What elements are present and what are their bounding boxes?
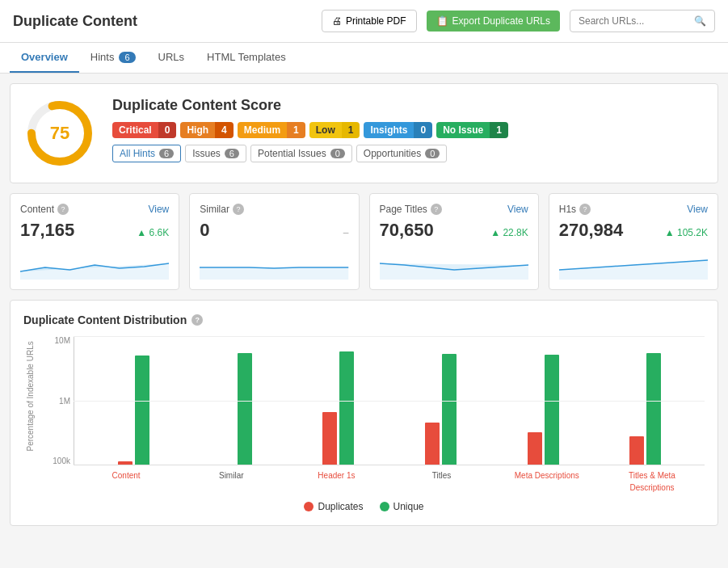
grid-line-top <box>74 336 705 337</box>
bar-header1s-green <box>339 351 354 465</box>
bar-titles-red <box>425 423 440 465</box>
page-title: Duplicate Content <box>13 13 312 30</box>
similar-chart <box>200 247 348 280</box>
score-info: Duplicate Content Score Critical 0 High … <box>112 97 705 162</box>
bar-similar-green <box>238 353 252 465</box>
legend-dot-unique <box>380 502 389 511</box>
metric-similar: Similar ? 0 – <box>189 193 359 290</box>
x-label-header1s: Header 1s <box>284 469 389 493</box>
x-label-similar: Similar <box>179 469 284 493</box>
x-label-content: Content <box>74 469 179 493</box>
tag-low[interactable]: Low 1 <box>309 122 360 138</box>
bar-group-titles-meta <box>594 353 696 465</box>
bar-group-meta <box>492 355 595 465</box>
legend-dot-duplicates <box>304 502 314 511</box>
bar-meta-green <box>545 355 559 465</box>
tag-medium[interactable]: Medium 1 <box>238 122 305 138</box>
search-box[interactable]: 🔍 <box>570 10 715 32</box>
tabs: Overview Hints 6 URLs HTML Templates <box>0 43 728 74</box>
h1s-value: 270,984 <box>559 220 624 241</box>
printable-pdf-button[interactable]: 🖨 Printable PDF <box>322 10 417 32</box>
page-titles-change: ▲ 22.8K <box>490 227 528 238</box>
page-titles-view-link[interactable]: View <box>507 204 528 215</box>
filter-all-hints[interactable]: All Hints 6 <box>112 145 181 162</box>
filter-opportunities[interactable]: Opportunities 0 <box>356 145 448 162</box>
page-titles-chart <box>380 247 528 280</box>
tag-high[interactable]: High 4 <box>180 122 233 138</box>
y-axis-label-wrap: Percentage of Indexable URLs <box>23 336 36 493</box>
tab-html-templates[interactable]: HTML Templates <box>196 43 297 73</box>
filter-issues[interactable]: Issues 6 <box>185 145 246 162</box>
y-axis: 10M 1M 100k <box>43 336 74 465</box>
bar-group-header1s <box>287 351 389 465</box>
tab-urls[interactable]: URLs <box>147 43 196 73</box>
page-titles-value: 70,650 <box>380 220 434 241</box>
bar-group-titles <box>389 354 492 465</box>
h1s-change: ▲ 105.2K <box>665 227 708 238</box>
chart-area: 10M 1M 100k <box>43 336 705 493</box>
bars-area <box>74 336 705 465</box>
content-change: ▲ 6.6K <box>137 227 169 238</box>
bar-titles-green <box>442 354 457 465</box>
similar-help-icon[interactable]: ? <box>233 204 244 215</box>
x-labels: Content Similar Header 1s Titles Meta De… <box>43 469 705 493</box>
grid-line-mid <box>74 401 705 402</box>
x-label-meta: Meta Descriptions <box>494 469 600 493</box>
bar-group-content <box>82 356 185 465</box>
distribution-help-icon[interactable]: ? <box>191 314 203 326</box>
metrics-row: Content ? View 17,165 ▲ 6.6K Similar <box>10 193 718 290</box>
bar-meta-red <box>528 432 542 465</box>
tag-critical[interactable]: Critical 0 <box>112 122 176 138</box>
chart-container: Percentage of Indexable URLs 10M 1M 100k <box>23 336 705 493</box>
filter-tags: All Hints 6 Issues 6 Potential Issues 0 … <box>112 145 705 162</box>
header: Duplicate Content 🖨 Printable PDF 📋 Expo… <box>0 0 728 43</box>
x-label-titles-meta: Titles & MetaDescriptions <box>600 469 705 493</box>
legend-label-unique: Unique <box>393 501 424 512</box>
y-axis-label: Percentage of Indexable URLs <box>26 378 35 451</box>
tab-hints[interactable]: Hints 6 <box>79 43 147 73</box>
legend-unique: Unique <box>380 501 424 512</box>
bar-titles-meta-red <box>629 436 644 465</box>
chart-with-yaxis: 10M 1M 100k <box>43 336 705 465</box>
content-help-icon[interactable]: ? <box>57 204 69 215</box>
search-icon: 🔍 <box>694 15 706 27</box>
svg-marker-3 <box>200 267 348 280</box>
metric-page-titles: Page Titles ? View 70,650 ▲ 22.8K <box>369 193 539 290</box>
main-content: 75 Duplicate Content Score Critical 0 Hi… <box>0 74 728 536</box>
score-value: 75 <box>50 123 69 144</box>
bar-content-green <box>135 356 149 465</box>
metric-content: Content ? View 17,165 ▲ 6.6K <box>10 193 179 290</box>
donut-chart: 75 <box>23 97 96 170</box>
bar-titles-meta-green <box>646 353 661 465</box>
content-value: 17,165 <box>20 220 74 241</box>
score-title: Duplicate Content Score <box>112 97 705 114</box>
legend-duplicates: Duplicates <box>304 501 363 512</box>
page-titles-help-icon[interactable]: ? <box>431 204 442 215</box>
grid-line-bottom <box>74 465 705 465</box>
search-input[interactable] <box>579 15 690 27</box>
tag-insights[interactable]: Insights 0 <box>364 122 432 138</box>
svg-marker-5 <box>559 260 708 280</box>
print-icon: 🖨 <box>332 15 342 27</box>
similar-value: 0 <box>200 220 209 241</box>
bar-group-similar <box>185 353 288 465</box>
chart-legend: Duplicates Unique <box>23 501 705 512</box>
export-icon: 📋 <box>436 15 448 27</box>
h1s-help-icon[interactable]: ? <box>579 204 591 215</box>
score-card: 75 Duplicate Content Score Critical 0 Hi… <box>10 83 718 183</box>
bar-header1s-red <box>322 412 337 465</box>
similar-change: – <box>343 227 349 238</box>
h1s-view-link[interactable]: View <box>687 204 708 215</box>
hints-badge: 6 <box>119 52 135 63</box>
export-button[interactable]: 📋 Export Duplicate URLs <box>427 11 560 32</box>
x-label-titles: Titles <box>389 469 494 493</box>
content-chart <box>20 247 169 280</box>
tab-overview[interactable]: Overview <box>10 43 79 73</box>
severity-tags: Critical 0 High 4 Medium 1 Low 1 Insight… <box>112 122 705 138</box>
tag-noissue[interactable]: No Issue 1 <box>436 122 508 138</box>
content-view-link[interactable]: View <box>148 204 169 215</box>
distribution-card: Duplicate Content Distribution ? Percent… <box>10 300 718 526</box>
filter-potential-issues[interactable]: Potential Issues 0 <box>250 145 352 162</box>
h1s-chart <box>559 247 708 280</box>
distribution-title: Duplicate Content Distribution <box>23 313 187 326</box>
